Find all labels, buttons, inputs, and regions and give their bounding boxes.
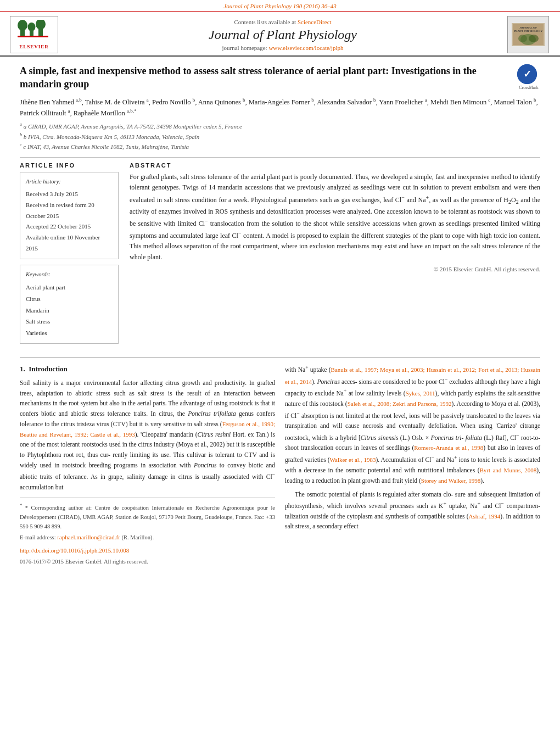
- affiliations: a a CIRAD, UMR AGAP, Avenue Agropolis, T…: [20, 121, 540, 152]
- keywords-section: Keywords: Aerial plant part Citrus Manda…: [20, 265, 119, 344]
- article-info-title: ARTICLE INFO: [20, 162, 119, 169]
- journal-logo-right: JOURNAL OF PLANT PHYSIOLOGY: [506, 16, 550, 53]
- history-label: Article history:: [26, 177, 113, 187]
- article-info-col: ARTICLE INFO Article history: Received 3…: [20, 162, 119, 349]
- journal-ref-bar: Journal of Plant Physiology 190 (2016) 3…: [0, 0, 560, 11]
- elsevier-tree-icon: [18, 20, 51, 43]
- keyword-4: Salt stress: [26, 316, 113, 327]
- divider-1: [20, 157, 540, 158]
- svg-text:PLANT PHYSIOLOGY: PLANT PHYSIOLOGY: [514, 30, 542, 32]
- sciencedirect-label: Contents lists available at ScienceDirec…: [65, 19, 501, 25]
- keywords-list: Aerial plant part Citrus Mandarin Salt s…: [26, 282, 113, 339]
- crossmark-icon: ✓: [517, 64, 537, 84]
- journal-homepage: journal homepage: www.elsevier.com/locat…: [65, 44, 501, 51]
- issn-line: 0176-1617/© 2015 Elsevier GmbH. All righ…: [20, 557, 275, 566]
- affiliation-a: a a CIRAD, UMR AGAP, Avenue Agropolis, T…: [20, 121, 540, 131]
- body-col-left: 1. Introduction Soil salinity is a major…: [20, 363, 275, 568]
- article-title: A simple, fast and inexpensive method to…: [20, 64, 517, 91]
- top-header: ELSEVIER Contents lists available at Sci…: [0, 12, 560, 57]
- intro-para-right-2: The osmotic potential of plants is regul…: [285, 489, 540, 532]
- header-middle: Contents lists available at ScienceDirec…: [59, 19, 506, 51]
- svg-rect-6: [18, 36, 48, 37]
- crossmark-label: CrossMark: [517, 85, 540, 90]
- body-col-right: with Na+ uptake (Banuls et al., 1997; Mo…: [285, 363, 540, 568]
- journal-cover-icon: JOURNAL OF PLANT PHYSIOLOGY: [512, 23, 545, 46]
- body-section: 1. Introduction Soil salinity is a major…: [20, 363, 540, 568]
- journal-logo-box: JOURNAL OF PLANT PHYSIOLOGY: [507, 16, 549, 53]
- abstract-text: For grafted plants, salt stress toleranc…: [130, 172, 540, 263]
- article-title-section: A simple, fast and inexpensive method to…: [20, 64, 540, 91]
- sciencedirect-link[interactable]: ScienceDirect: [298, 19, 332, 25]
- abstract-col: ABSTRACT For grafted plants, salt stress…: [130, 162, 540, 349]
- authors: Jihène Ben Yahmed a,b, Tahise M. de Oliv…: [20, 97, 540, 119]
- footnote-section: * * Corresponding author at: Centre de c…: [20, 498, 275, 566]
- svg-text:JOURNAL OF: JOURNAL OF: [519, 26, 537, 29]
- footnote-email: E-mail address: raphael.marillon@cirad.f…: [20, 533, 275, 543]
- email-link[interactable]: raphael.marillon@cirad.fr: [57, 534, 120, 540]
- svg-point-13: [529, 35, 539, 42]
- copyright-text: © 2015 Elsevier GmbH. All rights reserve…: [130, 266, 540, 272]
- keyword-3: Mandarin: [26, 305, 113, 316]
- available-date: Available online 10 November 2015: [26, 232, 113, 254]
- received-date: Received 3 July 2015: [26, 189, 113, 200]
- svg-point-1: [18, 20, 27, 31]
- article-meta-section: ARTICLE INFO Article history: Received 3…: [20, 162, 540, 349]
- abstract-title: ABSTRACT: [130, 162, 540, 169]
- doi-link[interactable]: http://dx.doi.org/10.1016/j.jplph.2015.1…: [20, 547, 129, 554]
- intro-para-1: Soil salinity is a major environmental f…: [20, 378, 275, 492]
- keyword-1: Aerial plant part: [26, 282, 113, 293]
- svg-point-12: [518, 35, 527, 42]
- footnote-corresponding: * * Corresponding author at: Centre de c…: [20, 501, 275, 531]
- keyword-5: Varieties: [26, 327, 113, 339]
- intro-para-right-1: with Na+ uptake (Banuls et al., 1997; Mo…: [285, 363, 540, 486]
- elsevier-label: ELSEVIER: [19, 44, 49, 49]
- main-content: A simple, fast and inexpensive method to…: [0, 57, 560, 576]
- keywords-box: Keywords: Aerial plant part Citrus Manda…: [20, 265, 119, 344]
- revised-date: Received in revised form 20 October 2015: [26, 200, 113, 222]
- intro-heading: 1. Introduction: [20, 363, 275, 375]
- svg-text:✓: ✓: [523, 69, 531, 80]
- crossmark-section: ✓ CrossMark: [517, 64, 540, 90]
- svg-point-5: [36, 20, 46, 30]
- journal-ref-text: Journal of Plant Physiology 190 (2016) 3…: [223, 3, 336, 9]
- doi-line: http://dx.doi.org/10.1016/j.jplph.2015.1…: [20, 546, 275, 556]
- keyword-2: Citrus: [26, 293, 113, 305]
- elsevier-logo: ELSEVIER: [10, 16, 59, 53]
- article-info-box: Article history: Received 3 July 2015 Re…: [20, 172, 119, 259]
- svg-point-3: [28, 23, 36, 31]
- accepted-date: Accepted 22 October 2015: [26, 221, 113, 232]
- keywords-label: Keywords:: [26, 270, 113, 280]
- affiliation-b: b b IVIA, Ctra. Moncada-Náquera Km 5, 46…: [20, 132, 540, 142]
- affiliation-c: c c INAT, 43, Avenue Charles Nicolle 108…: [20, 142, 540, 152]
- journal-homepage-link[interactable]: www.elsevier.com/locate/jplph: [268, 44, 343, 51]
- journal-title: Journal of Plant Physiology: [65, 27, 501, 42]
- divider-2: [20, 357, 540, 358]
